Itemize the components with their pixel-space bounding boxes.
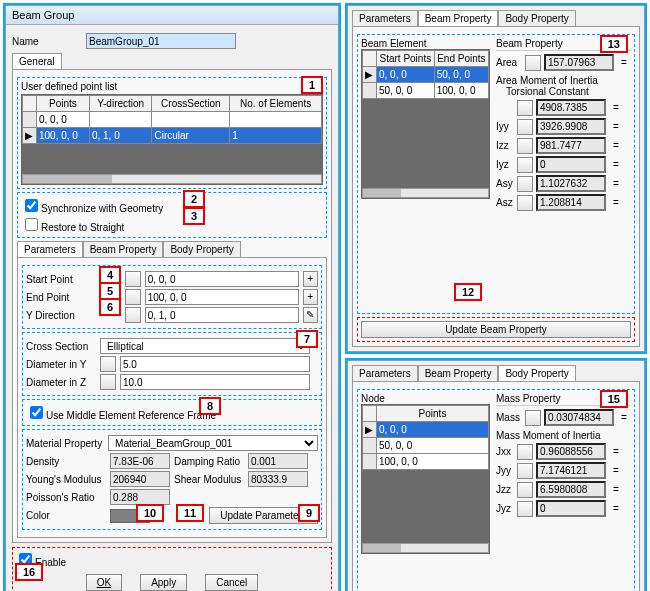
dia-z-label: Diameter in Z bbox=[26, 377, 96, 388]
color-label: Color bbox=[26, 510, 106, 521]
tab-parameters[interactable]: Parameters bbox=[352, 365, 418, 381]
tab-body-property[interactable]: Body Property bbox=[498, 10, 575, 26]
use-middle-checkbox[interactable]: Use Middle Element Reference Frame bbox=[26, 410, 216, 421]
update-beam-button[interactable]: Update Beam Property bbox=[361, 321, 631, 338]
damping-input bbox=[248, 453, 308, 469]
dialog-title: Beam Group bbox=[6, 6, 338, 25]
callout-8: 8 bbox=[199, 397, 221, 415]
area-input bbox=[544, 54, 614, 71]
end-point-input[interactable] bbox=[145, 289, 299, 305]
tab-body-property[interactable]: Body Property bbox=[498, 365, 575, 381]
table-row: ▶0, 0, 050, 0, 0 bbox=[363, 67, 489, 83]
density-label: Density bbox=[26, 456, 106, 467]
tab-beam-property[interactable]: Beam Property bbox=[418, 365, 499, 381]
cross-section-label: Cross Section bbox=[26, 341, 96, 352]
beam-element-label: Beam Element bbox=[361, 38, 490, 49]
picker-icon[interactable] bbox=[517, 100, 533, 116]
tab-body-property[interactable]: Body Property bbox=[163, 241, 240, 257]
hscroll[interactable] bbox=[22, 174, 322, 184]
ydir-label: Y Direction bbox=[26, 310, 93, 321]
dia-y-input[interactable] bbox=[120, 356, 310, 372]
callout-13: 13 bbox=[600, 35, 628, 53]
material-label: Material Property bbox=[26, 438, 104, 449]
poisson-label: Poisson's Ratio bbox=[26, 492, 106, 503]
plus-icon[interactable]: + bbox=[303, 289, 318, 305]
beam-element-grid[interactable]: Start PointsEnd Points ▶0, 0, 050, 0, 0 … bbox=[362, 50, 489, 99]
dia-y-label: Diameter in Y bbox=[26, 359, 96, 370]
restore-checkbox[interactable]: Restore to Straight bbox=[21, 222, 124, 233]
tab-beam-property[interactable]: Beam Property bbox=[83, 241, 164, 257]
mass-label: Mass bbox=[496, 412, 522, 423]
young-input bbox=[110, 471, 170, 487]
picker-icon[interactable] bbox=[525, 55, 541, 71]
start-point-input[interactable] bbox=[145, 271, 299, 287]
sync-checkbox[interactable]: Synchronize with Geometry bbox=[21, 203, 163, 214]
user-point-label: User defined point list bbox=[21, 81, 323, 92]
plus-icon[interactable]: + bbox=[303, 271, 318, 287]
callout-6: 6 bbox=[99, 298, 121, 316]
callout-10: 10 bbox=[136, 504, 164, 522]
picker-icon[interactable] bbox=[125, 307, 140, 323]
material-select[interactable]: Material_BeamGroup_001 bbox=[108, 435, 318, 451]
density-input bbox=[110, 453, 170, 469]
ami-label: Area Moment of Inertia bbox=[496, 75, 631, 86]
edit-icon[interactable]: ✎ bbox=[303, 307, 318, 323]
callout-11: 11 bbox=[176, 504, 204, 522]
start-point-label: Start Point bbox=[26, 274, 93, 285]
hscroll[interactable] bbox=[362, 543, 489, 553]
callout-12: 12 bbox=[454, 283, 482, 301]
table-row: 0, 0, 0 bbox=[23, 112, 322, 128]
ok-button[interactable]: OK bbox=[86, 574, 122, 591]
name-label: Name bbox=[12, 36, 82, 47]
node-grid[interactable]: Points ▶0, 0, 0 50, 0, 0 100, 0, 0 bbox=[362, 405, 489, 470]
ydir-input[interactable] bbox=[145, 307, 299, 323]
callout-7: 7 bbox=[296, 330, 318, 348]
tors-input bbox=[536, 99, 606, 116]
area-label: Area bbox=[496, 57, 522, 68]
picker-icon[interactable] bbox=[125, 271, 140, 287]
callout-3: 3 bbox=[183, 207, 205, 225]
point-grid[interactable]: Points Y-direction CrossSection No. of E… bbox=[22, 95, 322, 144]
hscroll[interactable] bbox=[362, 188, 489, 198]
cancel-button[interactable]: Cancel bbox=[205, 574, 258, 591]
end-point-label: End Point bbox=[26, 292, 93, 303]
mass-input bbox=[544, 409, 614, 426]
young-label: Young's Modulus bbox=[26, 474, 106, 485]
table-row: ▶0, 0, 0 bbox=[363, 422, 489, 438]
mmoi-label: Mass Moment of Inertia bbox=[496, 430, 631, 441]
shear-input bbox=[248, 471, 308, 487]
callout-16: 16 bbox=[15, 563, 43, 581]
table-row: 50, 0, 0100, 0, 0 bbox=[363, 83, 489, 99]
table-row: 100, 0, 0 bbox=[363, 454, 489, 470]
tab-beam-property[interactable]: Beam Property bbox=[418, 10, 499, 26]
dia-z-input[interactable] bbox=[120, 374, 310, 390]
poisson-input bbox=[110, 489, 170, 505]
shear-label: Shear Modulus bbox=[174, 474, 244, 485]
tors-label: Torsional Constant bbox=[506, 86, 631, 97]
callout-1: 1 bbox=[301, 76, 323, 94]
cross-section-select[interactable]: Elliptical bbox=[100, 338, 310, 354]
damping-label: Damping Ratio bbox=[174, 456, 244, 467]
node-label: Node bbox=[361, 393, 490, 404]
callout-15: 15 bbox=[600, 390, 628, 408]
picker-icon[interactable] bbox=[100, 356, 116, 372]
tab-general[interactable]: General bbox=[12, 53, 62, 69]
tab-parameters[interactable]: Parameters bbox=[352, 10, 418, 26]
tab-parameters[interactable]: Parameters bbox=[17, 241, 83, 257]
apply-button[interactable]: Apply bbox=[140, 574, 187, 591]
name-input[interactable] bbox=[86, 33, 236, 49]
picker-icon[interactable] bbox=[125, 289, 140, 305]
callout-9: 9 bbox=[298, 504, 320, 522]
callout-2: 2 bbox=[183, 190, 205, 208]
table-row: 50, 0, 0 bbox=[363, 438, 489, 454]
table-row: ▶100, 0, 00, 1, 0Circular1 bbox=[23, 128, 322, 144]
picker-icon[interactable] bbox=[100, 374, 116, 390]
